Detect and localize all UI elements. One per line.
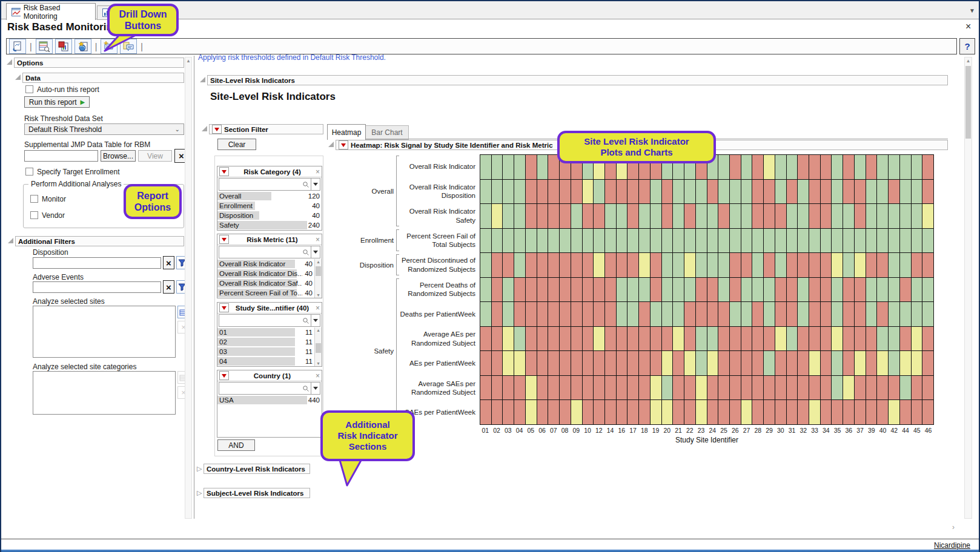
heatmap-cell[interactable] [514,155,525,179]
heatmap-cell[interactable] [537,400,548,424]
heatmap-cell[interactable] [855,155,866,179]
heatmap-cell[interactable] [707,204,718,228]
run-report-button[interactable]: Run this report ▶ [24,96,90,108]
heatmap-cell[interactable] [741,204,752,228]
heatmap-cell[interactable] [627,400,638,424]
heatmap-cell[interactable] [514,204,525,228]
heatmap-cell[interactable] [651,327,661,351]
heatmap-cell[interactable] [662,327,673,351]
filter-row[interactable]: Enrollment40 [217,201,322,211]
section-filter-disclosure-icon[interactable] [202,126,207,131]
heatmap-cell[interactable] [673,302,684,326]
heatmap-cell[interactable] [855,302,866,326]
heatmap-cell[interactable] [651,400,661,424]
heatmap-cell[interactable] [855,253,866,277]
heatmap-cell[interactable] [718,376,729,400]
heatmap-cell[interactable] [571,351,582,375]
heatmap-cell[interactable] [718,155,729,179]
vendor-checkbox[interactable] [30,211,38,219]
scroll-up-icon[interactable]: ▴ [185,58,191,64]
heatmap-cell[interactable] [900,278,911,302]
heatmap-cell[interactable] [752,253,763,277]
heatmap-cell[interactable] [684,180,695,204]
heatmap-cell[interactable] [571,204,582,228]
heatmap-cell[interactable] [537,376,548,400]
heatmap-cell[interactable] [480,400,491,424]
heatmap-cell[interactable] [605,302,616,326]
heatmap-cell[interactable] [900,180,911,204]
search-dropdown-icon[interactable] [311,315,320,326]
heatmap-cell[interactable] [832,376,843,400]
heatmap-cell[interactable] [730,229,741,253]
heatmap-cell[interactable] [832,327,843,351]
heatmap-cell[interactable] [526,253,537,277]
heatmap-cell[interactable] [764,155,775,179]
heatmap-cell[interactable] [707,278,718,302]
heatmap-cell[interactable] [764,278,775,302]
specify-target-checkbox[interactable] [25,168,33,176]
heatmap-cell[interactable] [718,180,729,204]
heatmap-cell[interactable] [798,229,809,253]
heatmap-cell[interactable] [900,204,911,228]
heatmap-cell[interactable] [571,278,582,302]
heatmap-cell[interactable] [605,327,616,351]
heatmap-cell[interactable] [798,180,809,204]
heatmap-cell[interactable] [526,351,537,375]
browse-button[interactable]: Browse... [101,150,136,162]
heatmap-cell[interactable] [548,302,559,326]
heatmap-cell[interactable] [843,155,854,179]
heatmap-cell[interactable] [560,278,571,302]
heatmap-cell[interactable] [537,155,548,179]
heatmap-cell[interactable] [877,351,888,375]
heatmap-disclosure-icon[interactable] [328,142,334,147]
options-scrollbar[interactable]: ▴ [185,57,192,519]
heatmap-cell[interactable] [514,376,525,400]
heatmap-cell[interactable] [503,180,514,204]
scroll-up-icon[interactable]: ▴ [315,327,322,333]
additional-filters-disclosure-icon[interactable] [8,238,13,243]
close-filter-icon[interactable]: × [316,372,320,380]
heatmap-cell[interactable] [787,278,798,302]
filter-row[interactable]: Overall120 [217,191,322,201]
heatmap-cell[interactable] [651,351,661,375]
heatmap-cell[interactable] [877,400,888,424]
heatmap-cell[interactable] [877,278,888,302]
heatmap-cell[interactable] [922,351,933,375]
heatmap-cell[interactable] [480,253,491,277]
heatmap-cell[interactable] [662,180,673,204]
heatmap-cell[interactable] [492,155,503,179]
heatmap-cell[interactable] [809,229,820,253]
heatmap-cell[interactable] [764,204,775,228]
heatmap-cell[interactable] [594,327,604,351]
heatmap-cell[interactable] [673,229,684,253]
heatmap-cell[interactable] [798,204,809,228]
heatmap-cell[interactable] [514,302,525,326]
heatmap-cell[interactable] [741,278,752,302]
heatmap-cell[interactable] [696,204,707,228]
filter-scrollbar[interactable]: ▴▾ [314,259,322,298]
notes-pair-icon[interactable] [120,39,137,54]
heatmap-cell[interactable] [775,376,786,400]
heatmap-cell[interactable] [832,204,843,228]
heatmap-cell[interactable] [492,253,503,277]
heatmap-cell[interactable] [889,351,899,375]
filter-row[interactable]: USA440 [217,395,322,405]
heatmap-cell[interactable] [912,180,922,204]
heatmap-cell[interactable] [605,278,616,302]
heatmap-cell[interactable] [605,229,616,253]
heatmap-cell[interactable] [605,376,616,400]
heatmap-cell[interactable] [537,229,548,253]
heatmap-cell[interactable] [617,253,627,277]
heatmap-cell[interactable] [877,376,888,400]
heatmap-cell[interactable] [866,327,877,351]
heatmap-cell[interactable] [741,180,752,204]
heatmap-cell[interactable] [752,400,763,424]
heatmap-cell[interactable] [594,351,604,375]
heatmap-cell[interactable] [571,253,582,277]
heatmap-cell[interactable] [889,180,899,204]
heatmap-cell[interactable] [526,180,537,204]
heatmap-cell[interactable] [752,278,763,302]
heatmap-cell[interactable] [503,351,514,375]
search-dropdown-icon[interactable] [311,383,320,394]
heatmap-cell[interactable] [843,278,854,302]
